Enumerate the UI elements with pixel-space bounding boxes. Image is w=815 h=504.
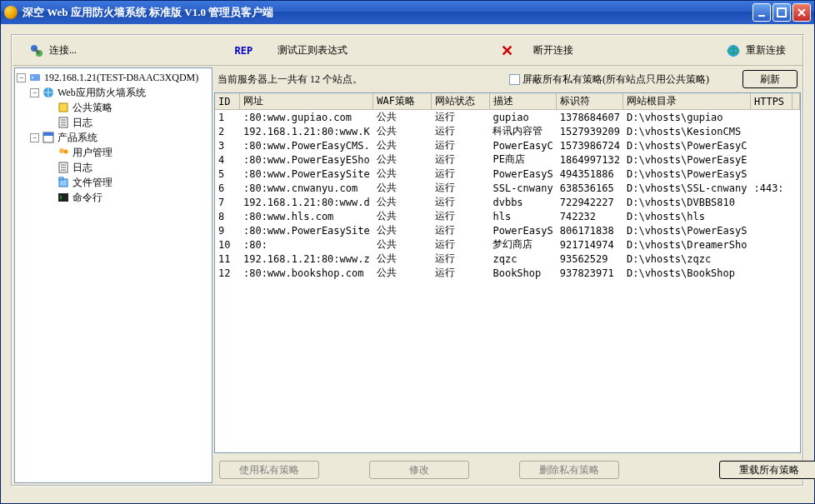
collapse-icon[interactable]: − [30, 88, 39, 97]
cell-https [750, 252, 792, 266]
tree-node-cmdline[interactable]: 命令行 [15, 190, 212, 205]
maximize-button[interactable] [772, 3, 791, 22]
tree-node-product-log[interactable]: 日志 [15, 160, 212, 175]
globe-icon [42, 86, 55, 99]
tree-node-waf-log[interactable]: 日志 [15, 115, 212, 130]
table-row[interactable]: 9:80:www.PowerEasySite公共运行PowerEasyS8061… [215, 223, 800, 237]
minimize-button[interactable] [752, 3, 771, 22]
table-row[interactable]: 6:80:www.cnwanyu.com公共运行SSL-cnwany638536… [215, 181, 800, 195]
reconnect-button[interactable]: 重新连接 [716, 42, 796, 60]
mask-private-checkbox[interactable]: 屏蔽所有私有策略(所有站点只用公共策略) [509, 72, 709, 87]
connect-label: 连接... [49, 43, 77, 57]
cell-id: 5 [215, 167, 240, 181]
cell-https [750, 237, 792, 252]
modify-button[interactable]: 修改 [369, 461, 469, 479]
collapse-icon[interactable]: − [30, 133, 39, 142]
cell-https [750, 138, 792, 152]
table-row[interactable]: 1:80:www.gupiao.com公共运行gupiao1378684607D… [215, 110, 800, 125]
tree-node-product-system[interactable]: − 产品系统 [15, 130, 212, 145]
col-waf[interactable]: WAF策略 [373, 93, 432, 110]
col-state[interactable]: 网站状态 [432, 93, 490, 110]
table-row[interactable]: 7192.168.1.21:80:www.d公共运行dvbbs722942227… [215, 195, 800, 209]
cell-tag: 638536165 [557, 181, 623, 195]
tree-label: 日志 [72, 117, 92, 129]
table-row[interactable]: 11192.168.1.21:80:www.z公共运行zqzc93562529D… [215, 252, 800, 266]
cell-waf: 公共 [373, 237, 432, 252]
cell-url: 192.168.1.21:80:www.z [240, 252, 373, 266]
cell-url: :80: [240, 237, 373, 252]
test-regex-button[interactable]: 测试正则表达式 [268, 42, 358, 59]
table-row[interactable]: 4:80:www.PowerEasyESho公共运行PE商店1864997132… [215, 152, 800, 167]
terminal-icon [57, 191, 70, 204]
cell-desc: dvbbs [489, 195, 556, 209]
cell-url: :80:www.PowerEasySite [240, 223, 373, 237]
cell-tag: 921714974 [557, 237, 623, 252]
cell-tag: 742232 [557, 209, 623, 223]
cell-id: 9 [215, 223, 240, 237]
collapse-icon[interactable]: − [17, 73, 26, 82]
cell-id: 11 [215, 252, 240, 266]
tree-label: 文件管理 [72, 177, 112, 189]
cell-https: :443: [750, 181, 792, 195]
table-row[interactable]: 8:80:www.hls.com公共运行hls742232D:\vhosts\h… [215, 209, 800, 223]
col-tag[interactable]: 标识符 [557, 93, 623, 110]
col-url[interactable]: 网址 [240, 93, 373, 110]
table-row[interactable]: 5:80:www.PowerEasySite公共运行PowerEasyS4943… [215, 167, 800, 181]
cell-waf: 公共 [373, 167, 432, 181]
tree-node-waf-policy[interactable]: 公共策略 [15, 100, 212, 115]
svg-point-14 [64, 150, 68, 154]
main-toolbar: 连接... REP 测试正则表达式 ✕ 断开连接 重新连接 [12, 36, 802, 66]
refresh-button[interactable]: 刷新 [742, 70, 798, 88]
tree-node-server[interactable]: − 192.168.1.21(TEST-D8AAC3XQDM) [15, 70, 212, 85]
table-row[interactable]: 2192.168.1.21:80:www.K公共运行科讯内容管152793920… [215, 124, 800, 138]
policy-icon [57, 101, 70, 114]
table-header-row: ID 网址 WAF策略 网站状态 描述 标识符 网站根目录 HTTPS [215, 93, 800, 110]
tree-label: 命令行 [72, 192, 102, 204]
window-title: 深空 Web 应用防火墙系统 标准版 V1.0 管理员客户端 [22, 5, 273, 20]
svg-rect-12 [43, 132, 53, 136]
table-row[interactable]: 12:80:www.bookshop.com公共运行BookShop937823… [215, 266, 800, 280]
connect-button[interactable]: 连接... [19, 42, 87, 60]
table-row[interactable]: 10:80:公共运行梦幻商店921714974D:\vhosts\Dreamer… [215, 237, 800, 252]
cell-state: 运行 [432, 252, 490, 266]
cell-state: 运行 [432, 223, 490, 237]
reconnect-label: 重新连接 [746, 43, 786, 57]
cell-url: :80:www.PowerEasySite [240, 167, 373, 181]
delete-private-button[interactable]: 删除私有策略 [519, 461, 619, 479]
col-desc[interactable]: 描述 [489, 93, 556, 110]
cell-root: D:\vhosts\DVBBS810 [623, 195, 751, 209]
cell-id: 7 [215, 195, 240, 209]
tree-node-waf-system[interactable]: − Web应用防火墙系统 [15, 85, 212, 100]
log-icon [57, 161, 70, 174]
cell-https [750, 223, 792, 237]
cell-id: 8 [215, 209, 240, 223]
svg-point-13 [59, 148, 64, 153]
cell-https [750, 195, 792, 209]
cell-tag: 937823971 [557, 266, 623, 280]
cell-waf: 公共 [373, 152, 432, 167]
col-root[interactable]: 网站根目录 [623, 93, 751, 110]
tree-pane[interactable]: − 192.168.1.21(TEST-D8AAC3XQDM) − Web应用防… [14, 67, 212, 483]
disconnect-label: 断开连接 [533, 43, 573, 57]
close-button[interactable] [792, 3, 811, 22]
checkbox-icon [509, 74, 520, 85]
tree-node-file-mgmt[interactable]: 文件管理 [15, 175, 212, 190]
table-row[interactable]: 3:80:www.PowerEasyCMS.公共运行PowerEasyC1573… [215, 138, 800, 152]
reload-all-button[interactable]: 重载所有策略 [719, 461, 815, 479]
tree-label: 用户管理 [72, 147, 112, 159]
cell-state: 运行 [432, 124, 490, 138]
tree-node-user-mgmt[interactable]: 用户管理 [15, 145, 212, 160]
tree-label: Web应用防火墙系统 [58, 87, 146, 99]
cell-waf: 公共 [373, 181, 432, 195]
svg-rect-1 [778, 8, 786, 17]
cell-desc: PowerEasyS [489, 167, 556, 181]
col-id[interactable]: ID [215, 93, 240, 110]
col-https[interactable]: HTTPS [750, 93, 792, 110]
cell-root: D:\vhosts\PowerEasyS [623, 223, 751, 237]
site-grid[interactable]: ID 网址 WAF策略 网站状态 描述 标识符 网站根目录 HTTPS [214, 92, 801, 453]
svg-rect-18 [58, 193, 68, 202]
use-private-button[interactable]: 使用私有策略 [219, 461, 319, 479]
mask-label: 屏蔽所有私有策略(所有站点只用公共策略) [522, 72, 709, 87]
disconnect-button[interactable]: 断开连接 [523, 42, 583, 59]
cell-root: D:\vhosts\PowerEasyC [623, 138, 751, 152]
